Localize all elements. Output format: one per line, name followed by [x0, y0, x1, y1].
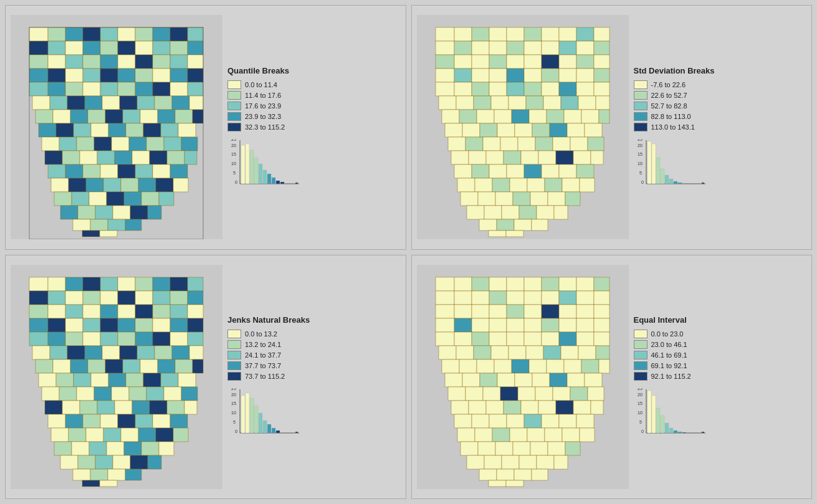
svg-rect-569	[461, 442, 478, 455]
svg-rect-82	[59, 137, 77, 151]
svg-rect-251	[591, 151, 603, 164]
svg-rect-115	[54, 192, 72, 206]
legend-title-jenks: Jenks Natural Breaks	[227, 315, 401, 325]
svg-rect-351	[135, 332, 153, 346]
svg-rect-389	[129, 387, 146, 401]
swatch-jenks-0	[227, 330, 241, 338]
legend-item-std-3: 82.8 to 113.0	[634, 112, 807, 121]
legend-range-2: 17.6 to 23.9	[245, 102, 281, 110]
svg-rect-162	[559, 27, 576, 41]
svg-rect-317	[65, 291, 83, 305]
svg-rect-40	[170, 69, 188, 82]
svg-rect-33	[48, 69, 65, 82]
svg-rect-547	[504, 401, 521, 414]
svg-rect-99	[48, 164, 65, 178]
svg-rect-181	[542, 55, 559, 69]
svg-rect-118	[107, 192, 124, 206]
svg-rect-68	[140, 110, 158, 123]
svg-rect-222	[564, 110, 581, 123]
svg-rect-208	[491, 96, 509, 110]
svg-rect-468	[472, 291, 489, 305]
svg-rect-252	[454, 164, 472, 178]
svg-rect-114	[173, 178, 188, 192]
svg-rect-318	[83, 291, 100, 305]
histogram-quantile: 0 5 10 15 20 25	[227, 139, 302, 189]
svg-rect-406	[118, 414, 135, 428]
svg-rect-555	[489, 414, 507, 428]
svg-rect-73	[56, 123, 74, 137]
svg-rect-493	[559, 318, 576, 332]
svg-rect-94	[115, 151, 132, 164]
svg-rect-108	[69, 178, 86, 192]
svg-rect-456	[436, 277, 454, 291]
svg-rect-148	[263, 170, 267, 184]
svg-rect-527	[462, 373, 480, 387]
svg-rect-117	[89, 192, 107, 206]
svg-rect-583	[497, 469, 514, 480]
svg-text:20: 20	[231, 392, 236, 397]
svg-rect-352	[153, 332, 170, 346]
svg-rect-396	[97, 401, 115, 414]
svg-rect-598	[656, 408, 660, 433]
legend-item-jenks-2: 24.1 to 37.7	[227, 351, 401, 359]
svg-rect-210	[526, 96, 543, 110]
svg-rect-391	[164, 387, 181, 401]
swatch-2	[227, 102, 241, 110]
svg-rect-497	[454, 332, 472, 346]
svg-rect-519	[494, 359, 512, 373]
svg-rect-342	[153, 318, 170, 332]
svg-rect-278	[519, 206, 537, 219]
svg-rect-71	[193, 110, 203, 123]
svg-rect-131	[125, 219, 141, 231]
svg-rect-106	[170, 164, 188, 178]
svg-rect-358	[85, 346, 102, 359]
svg-rect-42	[29, 82, 48, 96]
svg-rect-366	[53, 359, 70, 373]
svg-rect-361	[137, 346, 155, 359]
legend-std-deviation: Std Deviation Breaks -7.6 to 22.6 22.6 t…	[634, 66, 807, 189]
svg-rect-298	[661, 169, 664, 184]
svg-rect-479	[489, 305, 507, 318]
svg-rect-362	[155, 346, 172, 359]
swatch-std-0	[634, 80, 647, 89]
svg-rect-213	[578, 96, 596, 110]
legend-range-std-3: 82.8 to 113.0	[651, 113, 691, 120]
svg-rect-164	[594, 27, 609, 41]
panel-jenks: Jenks Natural Breaks 0.0 to 13.2 13.2 to…	[5, 255, 406, 500]
svg-rect-185	[436, 69, 454, 82]
svg-rect-8	[135, 27, 153, 41]
svg-rect-25	[83, 55, 100, 69]
svg-rect-457	[454, 277, 472, 291]
svg-rect-567	[562, 428, 580, 442]
svg-rect-272	[530, 192, 548, 206]
svg-rect-203	[576, 82, 594, 96]
svg-rect-225	[445, 123, 462, 137]
svg-rect-529	[497, 373, 515, 387]
svg-rect-218	[494, 110, 512, 123]
svg-rect-80	[178, 123, 196, 137]
svg-text:5: 5	[639, 171, 642, 175]
svg-rect-329	[100, 305, 118, 318]
svg-rect-458	[472, 277, 489, 291]
svg-rect-280	[554, 206, 568, 219]
svg-rect-79	[161, 123, 178, 137]
svg-rect-556	[507, 414, 524, 428]
svg-rect-316	[48, 291, 65, 305]
svg-rect-107	[51, 178, 69, 192]
svg-rect-19	[153, 41, 170, 55]
svg-rect-270	[495, 192, 513, 206]
svg-rect-239	[535, 137, 553, 151]
svg-rect-113	[156, 178, 173, 192]
svg-rect-217	[477, 110, 494, 123]
svg-rect-245	[486, 151, 504, 164]
svg-rect-369	[105, 359, 123, 373]
svg-rect-161	[542, 27, 559, 41]
svg-text:20: 20	[231, 143, 236, 148]
svg-rect-430	[148, 455, 161, 469]
svg-rect-306	[48, 277, 65, 291]
svg-rect-13	[48, 41, 65, 55]
svg-rect-242	[588, 137, 604, 151]
svg-rect-465	[594, 277, 609, 291]
svg-rect-235	[466, 137, 483, 151]
svg-rect-165	[436, 41, 454, 55]
